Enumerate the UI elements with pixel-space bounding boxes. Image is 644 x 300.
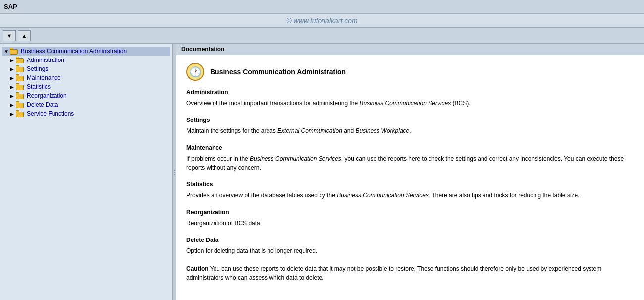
section-heading-reorganization: Reorganization — [186, 209, 634, 216]
section-text-maintenance: If problems occur in the Business Commun… — [186, 154, 634, 172]
folder-icon-reorganization — [16, 92, 25, 99]
section-settings: Settings Maintain the settings for the a… — [186, 117, 634, 135]
label-reorganization: Reorganization — [27, 92, 67, 99]
tree-item-delete-data[interactable]: ▶ Delete Data — [2, 100, 170, 109]
section-text-reorganization: Reorganization of BCS data. — [186, 219, 634, 228]
arrow-maintenance: ▶ — [10, 75, 16, 81]
arrow-administration: ▶ — [10, 58, 16, 63]
toolbar-btn-up[interactable]: ▲ — [18, 30, 31, 41]
tree-root-item[interactable]: ▼ Business Communication Administration — [2, 47, 170, 56]
section-reorganization: Reorganization Reorganization of BCS dat… — [186, 209, 634, 228]
main-area: ▼ Business Communication Administration … — [0, 44, 644, 300]
section-maintenance: Maintenance If problems occur in the Bus… — [186, 144, 634, 172]
folder-icon-maintenance — [16, 74, 25, 81]
toolbar: ▼ ▲ — [0, 28, 644, 44]
tree-item-service-functions[interactable]: ▶ Service Functions — [2, 109, 170, 118]
arrow-statistics: ▶ — [10, 84, 16, 90]
root-arrow: ▼ — [4, 49, 10, 54]
section-statistics: Statistics Provides an overview of the d… — [186, 181, 634, 200]
root-label: Business Communication Administration — [21, 48, 127, 55]
section-text-statistics: Provides an overview of the database tab… — [186, 191, 634, 200]
watermark-text: © www.tutorialkart.com — [286, 17, 357, 25]
label-administration: Administration — [27, 57, 64, 63]
section-text-administration: Overview of the most important transacti… — [186, 99, 634, 108]
section-heading-settings: Settings — [186, 117, 634, 123]
section-text-settings: Maintain the settings for the areas Exte… — [186, 126, 634, 135]
folder-icon-statistics — [16, 83, 25, 90]
label-delete-data: Delete Data — [27, 101, 58, 108]
title-bar: SAP — [0, 0, 644, 14]
folder-icon-delete-data — [16, 101, 25, 108]
section-heading-statistics: Statistics — [186, 181, 634, 188]
doc-content[interactable]: Business Communication Administration Ad… — [176, 55, 644, 300]
label-settings: Settings — [27, 65, 48, 72]
section-heading-maintenance: Maintenance — [186, 144, 634, 151]
tree-item-reorganization[interactable]: ▶ Reorganization — [2, 91, 170, 100]
arrow-settings: ▶ — [10, 66, 16, 72]
section-text-delete-data: Option for deleting data that is no long… — [186, 246, 634, 255]
folder-icon-settings — [16, 65, 25, 72]
doc-header: Documentation — [176, 44, 644, 55]
toolbar-btn-down[interactable]: ▼ — [3, 30, 16, 41]
folder-icon-service-functions — [16, 110, 25, 117]
tree-item-administration[interactable]: ▶ Administration — [2, 56, 170, 64]
section-delete-data: Delete Data Option for deleting data tha… — [186, 237, 634, 255]
section-administration: Administration Overview of the most impo… — [186, 89, 634, 108]
tree-item-settings[interactable]: ▶ Settings — [2, 64, 170, 73]
label-statistics: Statistics — [27, 83, 51, 90]
left-panel: ▼ Business Communication Administration … — [0, 44, 173, 300]
tree-root: ▼ Business Communication Administration … — [0, 44, 172, 121]
tree-item-statistics[interactable]: ▶ Statistics — [2, 82, 170, 91]
app-title: SAP — [4, 3, 17, 10]
right-panel: Documentation Business Communication Adm… — [176, 44, 644, 300]
doc-main-title: Business Communication Administration — [186, 63, 634, 81]
doc-header-label: Documentation — [181, 46, 224, 53]
section-caution: Caution You can use these reports to del… — [186, 264, 634, 282]
label-service-functions: Service Functions — [27, 110, 74, 117]
folder-icon-administration — [16, 57, 25, 63]
arrow-reorganization: ▶ — [10, 93, 16, 99]
arrow-delete-data: ▶ — [10, 102, 16, 108]
arrow-service-functions: ▶ — [10, 111, 16, 117]
root-folder-icon — [10, 48, 19, 55]
clock-icon — [186, 63, 204, 81]
section-text-caution: Caution You can use these reports to del… — [186, 264, 634, 282]
label-maintenance: Maintenance — [27, 74, 61, 81]
watermark-bar: © www.tutorialkart.com — [0, 14, 644, 28]
tree-item-maintenance[interactable]: ▶ Maintenance — [2, 73, 170, 82]
section-heading-delete-data: Delete Data — [186, 237, 634, 243]
section-heading-administration: Administration — [186, 89, 634, 96]
